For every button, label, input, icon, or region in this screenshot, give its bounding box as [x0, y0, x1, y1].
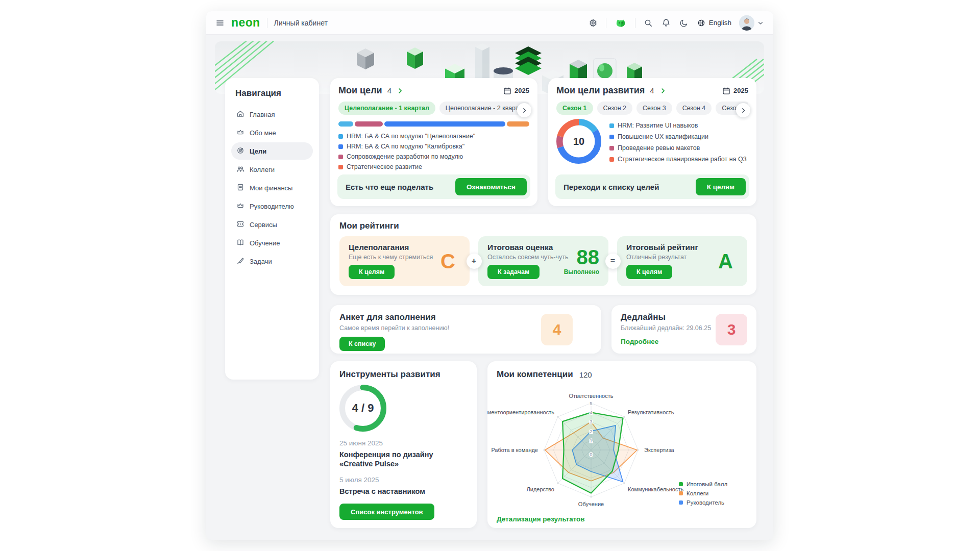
rating-card-button[interactable]: К целям	[349, 265, 395, 279]
year-selector[interactable]: 2025	[503, 87, 529, 95]
goals-card: Мои цели 4 2025 Целеполагание - 1 кварта…	[330, 78, 537, 206]
pen-icon	[236, 257, 244, 266]
gear-icon[interactable]	[588, 18, 598, 28]
rating-card-button[interactable]: К задачам	[487, 265, 540, 279]
calendar-icon	[722, 87, 730, 95]
svg-text:1: 1	[590, 438, 592, 443]
sidebar-item-manager[interactable]: Руководителю	[231, 197, 313, 215]
sidebar-item-label: Мои финансы	[250, 184, 292, 192]
legend-color-swatch	[338, 155, 343, 159]
avatar[interactable]	[739, 15, 754, 31]
goals-tab-1[interactable]: Целеполагание - 1 квартал	[338, 102, 435, 115]
goals-tab-2[interactable]: Целеполагание - 2 квартал	[439, 102, 529, 115]
sidebar-item-label: Обучение	[250, 239, 280, 247]
rating-grade: C	[440, 251, 455, 271]
dev-goals-banner-button[interactable]: К целям	[696, 178, 746, 195]
sidebar-item-label: Цели	[250, 147, 266, 155]
goals-title: Мои цели	[338, 85, 382, 96]
progress-segment-2	[355, 121, 383, 127]
sidebar-item-label: Обо мне	[250, 129, 276, 137]
event-name: Конференция по дизайну «Creative Pulse»	[339, 450, 468, 468]
chevron-right-icon[interactable]	[659, 87, 667, 94]
app-logo[interactable]: neon	[231, 17, 260, 29]
year-label: 2025	[733, 87, 748, 94]
competencies-legend: Итоговый баллКоллегиРуководитель	[679, 480, 727, 507]
goals-count: 4	[387, 86, 391, 95]
goals-tabs-next-button[interactable]	[517, 103, 531, 117]
sidebar-item-goals[interactable]: Цели	[231, 142, 313, 160]
goals-banner: Есть что еще поделать Ознакомиться	[337, 174, 530, 199]
home-icon	[236, 110, 244, 119]
competencies-legend-item: Руководитель	[679, 498, 727, 507]
surveys-count-badge: 4	[541, 314, 573, 345]
sidebar-item-finances[interactable]: Мои финансы	[231, 179, 313, 196]
goals-banner-button[interactable]: Ознакомиться	[455, 178, 527, 195]
sidebar-item-label: Задачи	[250, 258, 272, 265]
dev-goals-tab-3[interactable]: Сезон 3	[636, 102, 672, 115]
sidebar-item-home[interactable]: Главная	[231, 106, 313, 123]
receipt-icon	[236, 183, 244, 193]
dev-goals-tabs-next-button[interactable]	[736, 103, 750, 117]
dev-goals-legend-item: HRM: Развитие UI навыков	[609, 120, 747, 131]
rating-card-button[interactable]: К целям	[626, 265, 672, 279]
dev-goals-tab-1[interactable]: Сезон 1	[556, 102, 593, 115]
tools-progress-label: 4 / 9	[339, 385, 386, 432]
dev-goals-legend: HRM: Развитие UI навыковПовышение UX ква…	[609, 120, 747, 165]
menu-icon[interactable]	[215, 18, 225, 28]
sidebar-item-tasks[interactable]: Задачи	[231, 253, 313, 270]
sidebar-item-colleagues[interactable]: Коллеги	[231, 161, 313, 178]
svg-text:Обучение: Обучение	[578, 501, 604, 507]
calendar-icon	[503, 87, 511, 95]
rating-card-2: Итоговая оценкаОсталось совсем чуть-чуть…	[478, 236, 608, 286]
deadlines-count-badge: 3	[716, 314, 747, 345]
sidebar-item-about[interactable]: Обо мне	[231, 124, 313, 141]
divider	[635, 18, 635, 28]
moon-icon[interactable]	[679, 18, 689, 28]
goals-tabs: Целеполагание - 1 кварталЦелеполагание -…	[338, 102, 529, 115]
legend-label: Коллеги	[687, 490, 708, 496]
competencies-legend-item: Коллеги	[679, 489, 727, 498]
deadlines-details-link[interactable]: Подробнее	[621, 338, 658, 345]
legend-color-swatch	[609, 146, 614, 151]
ratings-row: ЦелеполаганияЕще есть к чему стремитьсяК…	[339, 236, 747, 286]
bell-icon[interactable]	[661, 18, 671, 28]
sidebar-item-services[interactable]: Сервисы	[231, 216, 313, 233]
legend-label: Сопровождение разработки по модулю	[347, 153, 463, 160]
legend-label: Проведение ревью макетов	[618, 144, 700, 152]
goals-legend: HRM: БА & СА по модулю "Целеполагание"HR…	[338, 131, 529, 172]
progress-segment-1	[338, 121, 353, 127]
dev-goals-tab-4[interactable]: Сезон 4	[676, 102, 712, 115]
search-icon[interactable]	[643, 18, 653, 28]
mascot-icon[interactable]	[614, 16, 627, 30]
svg-text:Результативность: Результативность	[628, 409, 674, 415]
chevron-right-icon[interactable]	[397, 87, 404, 94]
sidebar-item-label: Сервисы	[250, 221, 277, 229]
year-label: 2025	[514, 87, 529, 94]
year-selector[interactable]: 2025	[722, 87, 748, 95]
dev-goals-donut-value: 10	[556, 119, 601, 164]
surveys-button[interactable]: К списку	[339, 337, 385, 351]
svg-text:0: 0	[590, 452, 592, 457]
rating-grade: A	[718, 251, 733, 271]
goals-legend-item: HRM: БА & СА по модулю "Калибровка"	[338, 141, 529, 152]
competencies-details-link[interactable]: Детализация результатов	[497, 515, 585, 523]
dev-goals-legend-item: Стратегическое планирование работ на Q3	[609, 154, 747, 165]
dev-goals-banner: Переходи к списку целей К целям	[555, 174, 749, 199]
dev-goals-tab-2[interactable]: Сезон 2	[597, 102, 633, 115]
tools-list-button[interactable]: Список инструментов	[339, 504, 434, 520]
rating-card-3: Итоговый рейтингОтличный результатК целя…	[617, 236, 747, 286]
competencies-title: Мои компетенции	[497, 369, 573, 380]
rating-grade: 88Выполнено	[564, 247, 599, 276]
language-selector[interactable]: English	[697, 18, 731, 28]
sidebar-item-label: Главная	[250, 111, 275, 118]
sidebar-item-learning[interactable]: Обучение	[231, 234, 313, 252]
sidebar-items: ГлавнаяОбо мнеЦелиКоллегиМои финансыРуко…	[231, 106, 313, 270]
event-name: Встреча с наставником	[339, 487, 468, 496]
goals-legend-item: Сопровождение разработки по модулю	[338, 152, 529, 162]
profile-menu[interactable]	[739, 15, 764, 31]
legend-color-swatch	[609, 123, 614, 128]
legend-label: HRM: БА & СА по модулю "Целеполагание"	[347, 133, 475, 140]
goals-legend-item: HRM: БА & СА по модулю "Целеполагание"	[338, 131, 529, 141]
legend-label: Стратегическое развитие	[347, 163, 422, 170]
legend-color-swatch	[679, 482, 683, 486]
